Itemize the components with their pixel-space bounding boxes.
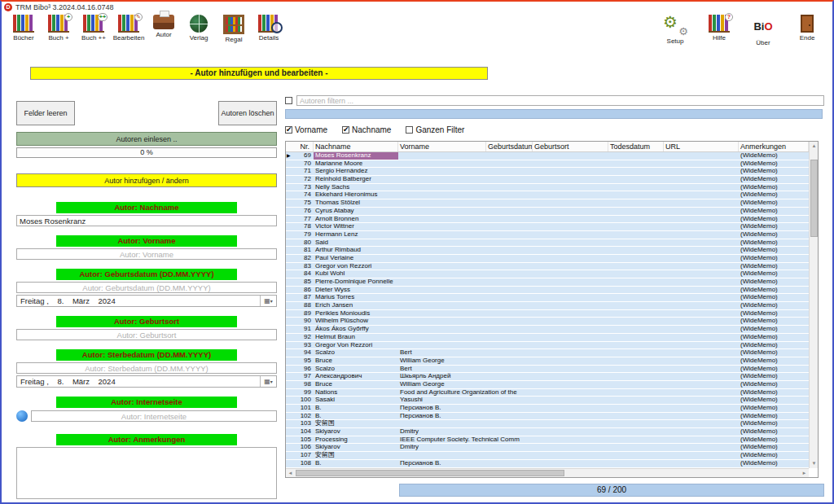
table-row[interactable]: 97АлександровичШкьярль Андрей(WideMemo) — [286, 373, 809, 381]
toolbar-button-bücher[interactable]: Bücher — [7, 15, 41, 43]
vertical-scrollbar[interactable] — [809, 142, 818, 468]
cell-nachname: Gregor Von Rezzori — [314, 342, 398, 349]
horizontal-scroll-thumb[interactable] — [296, 470, 564, 476]
table-row[interactable]: 96ScalzoBert(WideMemo) — [286, 366, 809, 374]
toolbar-button-regal[interactable]: Regal — [217, 15, 251, 43]
table-row[interactable]: 75Thomas Stölzel(WideMemo) — [286, 199, 809, 208]
table-row[interactable]: 102B.Персианов В.(WideMemo) — [286, 413, 809, 421]
cell-geburtsdatum — [486, 428, 533, 436]
column-header-geburtsort[interactable]: Geburtsort — [533, 142, 608, 151]
cell-anmerkungen: (WideMemo) — [739, 223, 809, 230]
column-header-anmerkungen[interactable]: Anmerkungen — [739, 142, 809, 151]
filter-option-nachname[interactable]: Nachname — [342, 125, 391, 134]
table-row[interactable]: 108B.Персианов В.(WideMemo) — [286, 460, 809, 468]
table-row[interactable]: 80Said(WideMemo) — [286, 239, 809, 248]
clear-fields-button[interactable]: Felder leeren — [16, 101, 75, 125]
cell-vorname — [398, 326, 486, 333]
table-row[interactable]: 107安留国(WideMemo) — [286, 452, 809, 460]
column-header-url[interactable]: URL — [664, 142, 739, 151]
column-header-vorname[interactable]: Vorname — [398, 142, 486, 151]
table-row[interactable]: 79Hermann Lenz(WideMemo) — [286, 231, 809, 239]
toolbar-button-details[interactable]: Details — [252, 15, 286, 43]
sterbedatum-datepicker[interactable]: Freitag , 8. März 2024 — [16, 375, 277, 388]
toolbar-button-über[interactable]: BiOÜber — [746, 15, 780, 46]
nachname-input[interactable] — [16, 215, 277, 226]
cell-nr: 99 — [294, 389, 314, 397]
vertical-scroll-thumb[interactable] — [810, 160, 818, 237]
checkbox[interactable] — [342, 126, 349, 134]
geburtsdatum-datepicker[interactable]: Freitag , 8. März 2024 — [16, 295, 277, 307]
cell-vorname — [398, 247, 486, 254]
table-row[interactable]: 78Victor Wittner(WideMemo) — [286, 223, 809, 231]
table-row[interactable]: 86Dieter Wyss(WideMemo) — [286, 287, 809, 295]
table-row[interactable]: 95BruceWilliam George(WideMemo) — [286, 357, 809, 366]
column-header-nr[interactable]: Nr. — [286, 142, 314, 151]
anmerkungen-textarea[interactable] — [16, 447, 277, 499]
horizontal-scrollbar[interactable] — [286, 468, 809, 477]
scroll-down-icon[interactable] — [810, 459, 819, 468]
table-row[interactable]: 98BruceWilliam George(WideMemo) — [286, 381, 809, 389]
column-header-nachname[interactable]: Nachname — [314, 142, 398, 151]
toolbar-button-setup[interactable]: Setup — [658, 15, 692, 46]
checkbox[interactable] — [285, 126, 292, 134]
row-selector — [286, 208, 294, 215]
table-row[interactable]: 93Gregor Von Rezzori(WideMemo) — [286, 342, 809, 350]
scroll-up-icon[interactable] — [810, 142, 819, 151]
internetseite-input[interactable] — [31, 410, 277, 422]
vorname-label: Autor: Vorname — [56, 235, 237, 247]
table-row[interactable]: 91Ákos Ákos Győrffy(WideMemo) — [286, 326, 809, 334]
toolbar-button-bearbeiten[interactable]: ✎Bearbeiten — [112, 15, 146, 43]
toolbar-button-label: Buch ++ — [81, 34, 106, 42]
column-header-geburtsdatum[interactable]: Geburtsdatum — [486, 142, 533, 151]
cell-anmerkungen: (WideMemo) — [739, 302, 809, 309]
toolbar-button-buch-++[interactable]: ++Buch ++ — [77, 15, 111, 43]
cell-geburtsort — [533, 381, 608, 388]
page-title: - Autor hinzufügen und bearbeiten - — [30, 67, 488, 80]
calendar-dropdown-icon[interactable] — [260, 376, 276, 387]
calendar-dropdown-icon[interactable] — [260, 296, 276, 306]
table-row[interactable]: 74Ekkehard Hieronimus(WideMemo) — [286, 191, 809, 199]
checkbox[interactable] — [406, 126, 413, 134]
vorname-input[interactable] — [16, 248, 277, 260]
table-row[interactable]: 81Arthur Rimbaud(WideMemo) — [286, 247, 809, 255]
cell-geburtsort — [533, 413, 608, 420]
submit-author-button[interactable]: Autor hinzufügen / ändern — [16, 173, 277, 187]
toolbar-button-verlag[interactable]: Verlag — [182, 15, 216, 43]
filter-input[interactable] — [296, 95, 824, 106]
scroll-left-icon[interactable] — [286, 469, 295, 478]
table-row[interactable]: 105ProcessingIEEE Computer Society. Tech… — [286, 436, 809, 445]
globe-icon[interactable] — [16, 410, 28, 422]
filter-option-ganzen-filter[interactable]: Ganzen Filter — [406, 125, 464, 134]
table-row[interactable]: 76Cyrus Atabay(WideMemo) — [286, 208, 809, 216]
table-row[interactable]: ▶69Moses Rosenkranz(WideMemo) — [286, 152, 809, 160]
geburtsdatum-input[interactable] — [16, 282, 277, 293]
load-authors-button[interactable]: Autoren einlesen .. — [16, 132, 277, 146]
table-row[interactable]: 85Pierre-Dominique Ponnelle(WideMemo) — [286, 278, 809, 287]
table-row[interactable]: 99NationsFood and Agriculture Organizati… — [286, 389, 809, 397]
table-row[interactable]: 101B.Персианов В.(WideMemo) — [286, 405, 809, 413]
table-row[interactable]: 77Arnolt Bronnen(WideMemo) — [286, 216, 809, 224]
cell-geburtsort — [533, 184, 608, 191]
filter-checkbox[interactable] — [285, 97, 292, 104]
toolbar-button-ende[interactable]: Ende — [790, 15, 824, 46]
toolbar-button-hilfe[interactable]: ?Hilfe — [702, 15, 736, 46]
cell-vorname — [398, 294, 486, 301]
toolbar-button-autor[interactable]: Autor — [147, 15, 181, 43]
sterbedatum-input[interactable] — [16, 362, 277, 374]
scroll-right-icon[interactable] — [800, 469, 809, 478]
table-row[interactable]: 103安留国(WideMemo) — [286, 420, 809, 428]
table-row[interactable]: 106SklyarovDmitry(WideMemo) — [286, 444, 809, 452]
table-row[interactable]: 87Márius Torres(WideMemo) — [286, 294, 809, 302]
column-header-todesdatum[interactable]: Todesdatum — [608, 142, 664, 151]
row-selector — [286, 397, 294, 404]
table-row[interactable]: 100SasakiYasushi(WideMemo) — [286, 397, 809, 405]
cell-geburtsort — [533, 270, 608, 278]
table-row[interactable]: 104SklyarovDmitry(WideMemo) — [286, 428, 809, 436]
geburtsort-input[interactable] — [16, 329, 277, 340]
filter-option-vorname[interactable]: Vorname — [285, 125, 327, 134]
table-row[interactable]: 94ScalzoBert(WideMemo) — [286, 349, 809, 357]
delete-authors-button[interactable]: Autoren löschen — [218, 101, 277, 125]
table-row[interactable]: 72Reinhold Batberger(WideMemo) — [286, 176, 809, 184]
toolbar-button-buch-+[interactable]: +Buch + — [42, 15, 76, 43]
table-row[interactable]: 83Gregor von Rezzori(WideMemo) — [286, 263, 809, 271]
